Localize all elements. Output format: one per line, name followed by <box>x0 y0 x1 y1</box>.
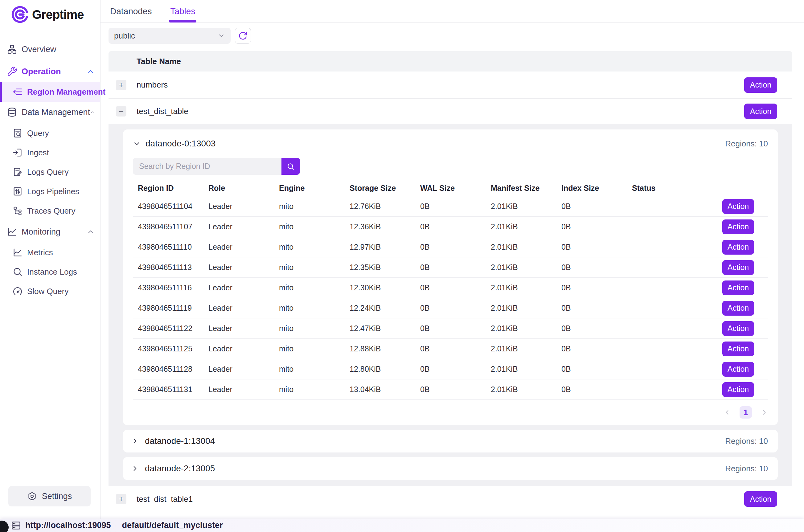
cell-region-id: 4398046511122 <box>133 324 204 333</box>
region-search-button[interactable] <box>282 158 300 175</box>
tables-panel: Table Name + numbers Action − test_dist_… <box>109 51 792 512</box>
region-action-button[interactable]: Action <box>722 382 754 397</box>
region-action-button[interactable]: Action <box>722 199 754 214</box>
refresh-button[interactable] <box>235 28 251 44</box>
region-table-row: 4398046511110 Leader mito 12.97KiB 0B 2.… <box>133 237 768 258</box>
sidebar-item-label: Overview <box>22 45 56 54</box>
settings-button[interactable]: Settings <box>8 486 91 507</box>
sidebar-item-monitoring[interactable]: Monitoring <box>0 225 100 239</box>
sidebar: Greptime Overview Operation <box>0 0 100 519</box>
sidebar-item-data-management[interactable]: Data Management <box>0 106 100 119</box>
cell-manifest-size: 2.01KiB <box>486 263 556 272</box>
region-search <box>133 158 768 175</box>
region-table-row: 4398046511116 Leader mito 12.30KiB 0B 2.… <box>133 278 768 298</box>
datanode-0-header[interactable]: datanode-0:13003 Regions: 10 <box>133 137 768 150</box>
pagination-page-1[interactable]: 1 <box>740 406 752 419</box>
region-table-header: Region ID Role Engine Storage Size WAL S… <box>133 180 768 196</box>
schema-select[interactable]: public <box>109 28 231 44</box>
cell-engine: mito <box>274 222 345 231</box>
region-table: Region ID Role Engine Storage Size WAL S… <box>133 180 768 400</box>
sidebar-item-instance-logs[interactable]: Instance Logs <box>0 265 100 279</box>
datanode-card-2[interactable]: datanode-2:13005 Regions: 10 <box>123 457 778 480</box>
sidebar-item-overview[interactable]: Overview <box>0 42 100 56</box>
cell-manifest-size: 2.01KiB <box>486 202 556 211</box>
region-table-row: 4398046511119 Leader mito 12.24KiB 0B 2.… <box>133 298 768 318</box>
cell-role: Leader <box>204 202 274 211</box>
region-action-button[interactable]: Action <box>722 260 754 275</box>
datanode-card-1[interactable]: datanode-1:13004 Regions: 10 <box>123 430 778 453</box>
datanode-name: datanode-1:13004 <box>145 436 215 446</box>
document-edit-icon <box>12 167 23 177</box>
cell-engine: mito <box>274 365 345 374</box>
cell-engine: mito <box>274 385 345 394</box>
region-action-button[interactable]: Action <box>722 301 754 316</box>
org-chart-icon <box>7 44 17 55</box>
tab-tables[interactable]: Tables <box>170 0 196 22</box>
cell-region-id: 4398046511131 <box>133 385 204 394</box>
region-table-row: 4398046511125 Leader mito 12.88KiB 0B 2.… <box>133 339 768 359</box>
chevron-up-icon <box>90 108 95 116</box>
chevron-down-icon <box>133 140 141 148</box>
region-action-button[interactable]: Action <box>722 342 754 356</box>
region-action-button[interactable]: Action <box>722 281 754 295</box>
tabs-bar: Datanodes Tables <box>100 0 804 22</box>
cell-index-size: 0B <box>556 263 627 272</box>
pagination-next-button[interactable] <box>761 409 768 416</box>
region-action-button[interactable]: Action <box>722 321 754 336</box>
sidebar-item-label: Ingest <box>27 148 49 157</box>
region-list-icon <box>12 87 23 97</box>
chevron-left-icon <box>724 409 731 416</box>
sidebar-item-operation[interactable]: Operation <box>0 65 100 78</box>
cell-role: Leader <box>204 344 274 353</box>
sidebar-item-ingest[interactable]: Ingest <box>0 146 100 159</box>
sidebar-item-label: Metrics <box>27 248 53 258</box>
line-chart-icon <box>12 247 23 258</box>
pagination: 1 <box>133 400 768 425</box>
cell-engine: mito <box>274 263 345 272</box>
sidebar-item-logs-pipelines[interactable]: Logs Pipelines <box>0 185 100 198</box>
cell-manifest-size: 2.01KiB <box>486 324 556 333</box>
collapse-toggle-button[interactable]: − <box>116 106 127 116</box>
cell-engine: mito <box>274 202 345 211</box>
region-table-body: 4398046511104 Leader mito 12.76KiB 0B 2.… <box>133 196 768 400</box>
action-button[interactable]: Action <box>744 491 777 507</box>
action-button[interactable]: Action <box>744 103 777 119</box>
server-url[interactable]: http://localhost:19095 <box>25 520 111 530</box>
region-action-button[interactable]: Action <box>722 240 754 254</box>
cell-index-size: 0B <box>556 324 627 333</box>
cell-storage-size: 12.35KiB <box>345 263 415 272</box>
pagination-prev-button[interactable] <box>724 409 731 416</box>
sidebar-item-query[interactable]: Query <box>0 126 100 140</box>
import-icon <box>12 147 23 158</box>
cell-wal-size: 0B <box>415 202 486 211</box>
sidebar-item-label: Logs Query <box>27 167 69 177</box>
sidebar-item-metrics[interactable]: Metrics <box>0 246 100 259</box>
region-action-button[interactable]: Action <box>722 362 754 377</box>
chevron-right-icon <box>131 464 139 473</box>
sidebar-item-region-management[interactable]: Region Management <box>0 82 100 102</box>
cell-index-size: 0B <box>556 385 627 394</box>
corner-widget-bubble[interactable] <box>0 520 8 532</box>
sidebar-item-label: Monitoring <box>22 227 60 237</box>
sidebar-item-label: Data Management <box>22 108 90 117</box>
sliders-icon <box>12 186 23 197</box>
region-search-input[interactable] <box>133 158 282 175</box>
expand-toggle-button[interactable]: + <box>116 80 127 90</box>
brand-logo[interactable]: Greptime <box>0 4 100 25</box>
cell-index-size: 0B <box>556 202 627 211</box>
sidebar-item-logs-query[interactable]: Logs Query <box>0 165 100 179</box>
cluster-name[interactable]: default/default_mycluster <box>122 520 223 530</box>
settings-label: Settings <box>42 492 72 501</box>
table-row-test-dist-table1: + test_dist_table1 Action <box>109 486 792 512</box>
cell-storage-size: 13.04KiB <box>345 385 415 394</box>
tab-datanodes[interactable]: Datanodes <box>110 0 152 22</box>
document-search-icon <box>12 128 23 138</box>
chevron-up-icon <box>87 228 95 236</box>
sidebar-item-traces-query[interactable]: Traces Query <box>0 204 100 217</box>
status-bar: http://localhost:19095 default/default_m… <box>0 519 804 532</box>
region-action-button[interactable]: Action <box>722 220 754 234</box>
action-button[interactable]: Action <box>744 77 777 93</box>
sidebar-item-slow-query[interactable]: Slow Query <box>0 285 100 298</box>
col-storage-size: Storage Size <box>345 184 415 193</box>
expand-toggle-button[interactable]: + <box>116 494 127 504</box>
